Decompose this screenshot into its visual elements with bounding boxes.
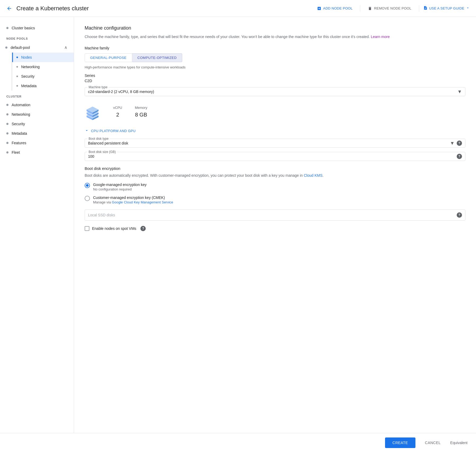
series-value: C2D <box>85 79 465 83</box>
dot-icon <box>16 66 18 68</box>
sidebar-item-default-pool[interactable]: default-pool ∧ <box>0 42 74 53</box>
section-description: Choose the machine family, type, and ser… <box>85 34 465 40</box>
sidebar-item-features[interactable]: Features <box>0 138 74 148</box>
dot-icon <box>6 151 8 153</box>
page-title: Create a Kubernetes cluster <box>16 5 309 12</box>
add-node-pool-button[interactable]: ADD NODE POOL <box>314 4 356 13</box>
setup-guide-label: USE A SETUP GUIDE <box>429 6 464 10</box>
radio-button-google-managed[interactable] <box>85 183 90 188</box>
back-button[interactable] <box>6 6 12 11</box>
radio-option-text: Google-managed encryption key No configu… <box>93 183 147 191</box>
create-button[interactable]: CREATE <box>385 437 415 448</box>
dot-icon <box>6 132 8 134</box>
sidebar-item-nodes[interactable]: Nodes <box>12 53 74 62</box>
dot-icon <box>16 57 18 58</box>
sidebar-item-fleet[interactable]: Fleet <box>0 148 74 157</box>
sidebar-item-automation[interactable]: Automation <box>0 100 74 110</box>
sidebar: Cluster basics NODE POOLS default-pool ∧… <box>0 17 74 433</box>
sidebar-subitem-label: Metadata <box>21 84 36 88</box>
header: Create a Kubernetes cluster ADD NODE POO… <box>0 0 476 17</box>
memory-header: Memory <box>135 106 147 110</box>
tab-description: High-performance machine types for compu… <box>85 65 465 69</box>
sidebar-item-label: Automation <box>12 103 30 107</box>
dot-icon <box>6 104 8 106</box>
dropdown-arrow-icon: ▼ <box>450 141 455 146</box>
dot-icon <box>6 27 8 29</box>
radio-option-google-managed[interactable]: Google-managed encryption key No configu… <box>85 183 465 191</box>
dot-icon <box>16 76 18 77</box>
cluster-section-label: CLUSTER <box>0 91 74 100</box>
sidebar-item-metadata-cluster[interactable]: Metadata <box>0 129 74 138</box>
sidebar-item-label: Cluster basics <box>12 26 35 30</box>
machine-specs: vCPU 2 Memory 8 GB <box>85 100 465 123</box>
memory-spec: Memory 8 GB <box>135 106 147 118</box>
main-layout: Cluster basics NODE POOLS default-pool ∧… <box>0 17 476 433</box>
sidebar-item-networking-cluster[interactable]: Networking <box>0 110 74 119</box>
help-icon[interactable]: ? <box>457 154 462 159</box>
sidebar-item-label: Security <box>12 122 25 126</box>
sidebar-item-cluster-basics[interactable]: Cluster basics <box>0 23 74 33</box>
sidebar-item-security-cluster[interactable]: Security <box>0 119 74 129</box>
add-icon <box>317 6 322 11</box>
radio-button-cmek[interactable] <box>85 196 90 201</box>
dot-icon <box>6 113 8 115</box>
tab-compute-optimized[interactable]: COMPUTE-OPTIMIZED <box>132 53 182 62</box>
local-ssd-field[interactable]: Local SSD disks ? <box>85 209 465 221</box>
boot-disk-encryption-desc: Boot disks are automatically encrypted. … <box>85 173 465 178</box>
learn-more-link[interactable]: Learn more <box>371 35 390 39</box>
boot-disk-size-value: 100 <box>88 154 94 159</box>
sidebar-item-label: Metadata <box>12 131 27 136</box>
machine-type-value: c2d-standard-2 (2 vCPU, 8 GB memory) <box>88 90 162 94</box>
sidebar-item-label: Features <box>12 141 26 145</box>
sidebar-subitem-label: Security <box>21 74 35 78</box>
boot-disk-size-field[interactable]: Boot disk size (GB) 100 ? <box>85 152 465 161</box>
remove-node-pool-label: REMOVE NODE POOL <box>374 6 411 10</box>
sidebar-subitem-label: Networking <box>21 65 40 69</box>
chevron-up-icon: ∧ <box>64 45 67 50</box>
header-divider <box>360 5 360 12</box>
vcpu-spec: vCPU 2 <box>113 106 122 118</box>
vcpu-value: 2 <box>113 112 122 118</box>
help-icon[interactable]: ? <box>457 212 462 218</box>
dot-icon <box>5 46 7 49</box>
remove-node-pool-button[interactable]: REMOVE NODE POOL <box>364 4 414 13</box>
boot-disk-type-label: Boot disk type <box>88 137 109 141</box>
chevron-down-icon <box>85 128 89 133</box>
machine-type-field-label: Machine type <box>88 85 108 89</box>
cancel-button[interactable]: CANCEL <box>420 437 446 448</box>
dot-icon <box>16 85 18 87</box>
boot-disk-type-value: Balanced persistent disk <box>88 141 136 145</box>
cpu-platform-label: CPU PLATFORM AND GPU <box>91 129 136 133</box>
help-icon[interactable]: ? <box>140 226 146 231</box>
trash-icon <box>368 6 372 11</box>
boot-disk-encryption-title: Boot disk encryption <box>85 166 465 171</box>
machine-family-label: Machine family <box>85 46 465 50</box>
sidebar-item-networking[interactable]: Networking <box>12 62 74 72</box>
equivalent-button[interactable]: Equivalent <box>450 441 468 445</box>
chevron-down-icon <box>466 6 470 11</box>
setup-guide-button[interactable]: USE A SETUP GUIDE <box>423 6 470 11</box>
dropdown-arrow-icon: ▼ <box>457 89 462 95</box>
sidebar-item-label: default-pool <box>11 45 30 50</box>
sidebar-item-metadata[interactable]: Metadata <box>12 81 74 91</box>
machine-family-tabs: GENERAL-PURPOSE COMPUTE-OPTIMIZED <box>85 53 465 62</box>
header-divider2 <box>419 5 419 12</box>
section-title: Machine configuration <box>85 25 465 31</box>
tab-general-purpose[interactable]: GENERAL-PURPOSE <box>85 53 132 62</box>
add-node-pool-label: ADD NODE POOL <box>323 6 353 10</box>
dot-icon <box>6 142 8 144</box>
help-icon[interactable]: ? <box>457 141 462 146</box>
sidebar-item-security[interactable]: Security <box>12 72 74 81</box>
document-icon <box>423 6 428 11</box>
content-area: Machine configuration Choose the machine… <box>74 17 476 433</box>
machine-type-field[interactable]: Machine type c2d-standard-2 (2 vCPU, 8 G… <box>85 87 465 96</box>
cloud-kms-link[interactable]: Cloud KMS <box>304 173 323 178</box>
sidebar-subitem-label: Nodes <box>21 55 32 59</box>
cpu-platform-section[interactable]: CPU PLATFORM AND GPU <box>85 128 465 133</box>
radio-option-cmek[interactable]: Customer-managed encryption key (CMEK) M… <box>85 195 465 204</box>
enable-spot-label: Enable nodes on spot VMs <box>92 226 136 231</box>
dot-icon <box>6 123 8 125</box>
boot-disk-type-field[interactable]: Boot disk type Balanced persistent disk … <box>85 139 465 148</box>
key-management-link[interactable]: Google Cloud Key Management Service <box>112 200 173 204</box>
enable-spot-checkbox[interactable] <box>85 226 89 231</box>
